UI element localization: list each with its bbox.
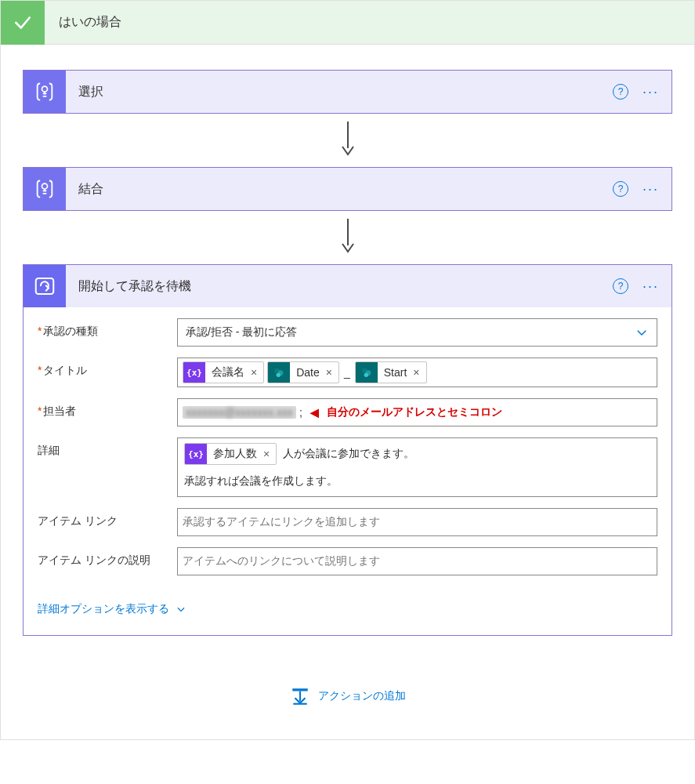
add-action-label: アクションの追加	[318, 689, 406, 703]
check-icon	[1, 1, 45, 45]
show-advanced-options[interactable]: 詳細オプションを表示する	[24, 590, 671, 635]
chevron-down-icon	[176, 604, 186, 615]
details-input[interactable]: {x} 参加人数 × 人が会議に参加できます。 承認すれば会議を作成します。	[177, 437, 657, 497]
label-item-link-desc: アイテム リンクの説明	[38, 547, 177, 568]
details-text-1: 人が会議に参加できます。	[280, 447, 418, 461]
label-approval-type: *承認の種類	[38, 318, 177, 339]
arrow-connector	[23, 211, 672, 264]
remove-token-icon[interactable]: ×	[249, 366, 263, 379]
label-item-link: アイテム リンク	[38, 508, 177, 528]
help-icon[interactable]: ?	[613, 181, 628, 197]
add-action-button[interactable]: アクションの追加	[290, 686, 406, 706]
action-select-header[interactable]: 選択 ? ···	[24, 71, 671, 113]
actions-area: 選択 ? ··· 結合 ? ···	[1, 45, 694, 739]
help-icon[interactable]: ?	[613, 278, 628, 294]
redacted-email: xxxxxxx@xxxxxxx.xxx	[183, 406, 296, 419]
remove-token-icon[interactable]: ×	[411, 366, 425, 379]
remove-token-icon[interactable]: ×	[324, 366, 338, 379]
help-icon[interactable]: ?	[613, 84, 628, 100]
remove-token-icon[interactable]: ×	[262, 448, 276, 460]
item-link-desc-input[interactable]: アイテムへのリンクについて説明します	[177, 547, 657, 575]
more-icon[interactable]: ···	[643, 181, 659, 198]
action-join: 結合 ? ···	[23, 167, 672, 211]
approval-icon	[24, 265, 66, 307]
arrow-connector	[23, 114, 672, 167]
svg-rect-11	[292, 688, 308, 691]
sharepoint-icon	[356, 361, 378, 383]
svg-point-7	[277, 373, 281, 377]
expression-icon: {x}	[183, 361, 205, 383]
action-join-title: 結合	[66, 181, 613, 198]
expression-icon: {x}	[185, 443, 207, 465]
token-participants[interactable]: {x} 参加人数 ×	[184, 443, 277, 465]
chevron-down-icon	[635, 325, 649, 339]
action-select: 選択 ? ···	[23, 70, 672, 114]
data-operation-icon	[24, 168, 66, 210]
data-operation-icon	[24, 71, 66, 113]
add-action-icon	[290, 686, 310, 706]
label-assignee: *担当者	[38, 398, 177, 419]
approval-type-select[interactable]: 承認/拒否 - 最初に応答	[177, 318, 657, 347]
action-approval-header[interactable]: 開始して承認を待機 ? ···	[24, 265, 671, 307]
sharepoint-icon	[268, 361, 290, 383]
svg-point-0	[42, 86, 48, 92]
token-date[interactable]: Date ×	[267, 361, 339, 383]
approval-type-value: 承認/拒否 - 最初に応答	[186, 325, 297, 339]
action-approval-title: 開始して承認を待機	[66, 278, 613, 295]
label-details: 詳細	[38, 437, 177, 458]
token-start[interactable]: Start ×	[355, 361, 427, 383]
condition-yes-header[interactable]: はいの場合	[1, 1, 694, 45]
annotation-text: 自分のメールアドレスとセミコロン	[327, 405, 502, 419]
approval-form: *承認の種類 承認/拒否 - 最初に応答 *タイトル	[24, 307, 671, 590]
title-input[interactable]: {x} 会議名 × Date × _	[177, 358, 657, 387]
token-meeting-name[interactable]: {x} 会議名 ×	[183, 361, 264, 383]
svg-point-10	[364, 373, 367, 377]
more-icon[interactable]: ···	[643, 278, 659, 295]
assignee-input[interactable]: xxxxxxx@xxxxxxx.xxx; ◀自分のメールアドレスとセミコロン	[177, 398, 657, 426]
action-approval: 開始して承認を待機 ? ··· *承認の種類 承認/拒否 - 最初に応答	[23, 264, 672, 636]
svg-rect-4	[36, 278, 54, 294]
svg-point-2	[42, 183, 48, 189]
item-link-input[interactable]: 承認するアイテムにリンクを追加します	[177, 508, 657, 536]
label-title: *タイトル	[38, 358, 177, 378]
action-join-header[interactable]: 結合 ? ···	[24, 168, 671, 210]
annotation-arrow-icon: ◀	[310, 406, 319, 419]
more-icon[interactable]: ···	[643, 84, 659, 100]
action-select-title: 選択	[66, 84, 613, 100]
details-text-2: 承認すれば会議を作成します。	[184, 474, 338, 488]
separator-text: _	[342, 366, 352, 379]
condition-yes-title: はいの場合	[45, 14, 121, 31]
flow-container: はいの場合 選択 ? ···	[0, 0, 695, 740]
